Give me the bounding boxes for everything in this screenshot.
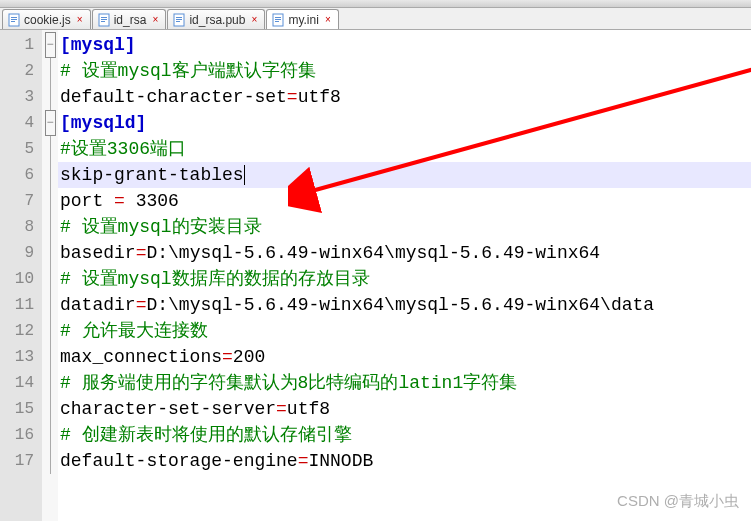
code-line[interactable]: # 服务端使用的字符集默认为8比特编码的latin1字符集	[58, 370, 751, 396]
code-line[interactable]: # 创建新表时将使用的默认存储引擎	[58, 422, 751, 448]
token-sect: [mysqld]	[60, 113, 146, 133]
line-number: 1	[0, 32, 42, 58]
token-op: =	[287, 87, 298, 107]
svg-rect-3	[11, 21, 15, 22]
code-line[interactable]: datadir=D:\mysql-5.6.49-winx64\mysql-5.6…	[58, 292, 751, 318]
fold-marker	[42, 214, 58, 240]
tab-my-ini[interactable]: my.ini×	[266, 9, 338, 29]
line-number: 13	[0, 344, 42, 370]
fold-marker: −	[42, 110, 58, 136]
line-number: 4	[0, 110, 42, 136]
fold-marker	[42, 188, 58, 214]
token-val: default-storage-engine	[60, 451, 298, 471]
tab-id_rsa[interactable]: id_rsa×	[92, 9, 167, 29]
line-number: 15	[0, 396, 42, 422]
svg-rect-15	[275, 21, 279, 22]
svg-rect-2	[11, 19, 17, 20]
file-icon	[271, 13, 285, 27]
line-number: 14	[0, 370, 42, 396]
tab-bar: cookie.js×id_rsa×id_rsa.pub×my.ini×	[0, 8, 751, 30]
svg-rect-9	[176, 17, 182, 18]
line-number: 17	[0, 448, 42, 474]
code-line[interactable]: basedir=D:\mysql-5.6.49-winx64\mysql-5.6…	[58, 240, 751, 266]
code-area[interactable]: [mysql]# 设置mysql客户端默认字符集default-characte…	[58, 30, 751, 521]
fold-marker	[42, 344, 58, 370]
tab-label: id_rsa.pub	[189, 13, 245, 27]
code-line[interactable]: default-storage-engine=INNODB	[58, 448, 751, 474]
close-icon[interactable]: ×	[248, 14, 260, 26]
svg-rect-5	[101, 17, 107, 18]
token-val: datadir	[60, 295, 136, 315]
line-number: 6	[0, 162, 42, 188]
line-number: 8	[0, 214, 42, 240]
line-number-gutter: 1234567891011121314151617	[0, 30, 42, 521]
token-val: 200	[233, 347, 265, 367]
svg-rect-1	[11, 17, 17, 18]
line-number: 16	[0, 422, 42, 448]
token-op: =	[298, 451, 309, 471]
svg-rect-13	[275, 17, 281, 18]
fold-marker	[42, 396, 58, 422]
code-line[interactable]: skip-grant-tables	[58, 162, 751, 188]
token-cmt: # 创建新表时将使用的默认存储引擎	[60, 425, 352, 445]
token-sect: [mysql]	[60, 35, 136, 55]
line-number: 2	[0, 58, 42, 84]
line-number: 11	[0, 292, 42, 318]
token-val: utf8	[298, 87, 341, 107]
token-cmt: # 服务端使用的字符集默认为8比特编码的latin1字符集	[60, 373, 517, 393]
line-number: 10	[0, 266, 42, 292]
token-val: INNODB	[308, 451, 373, 471]
token-val: skip-grant-tables	[60, 165, 244, 185]
fold-column: −−	[42, 30, 58, 521]
token-val: D:\mysql-5.6.49-winx64\mysql-5.6.49-winx…	[146, 295, 654, 315]
code-line[interactable]: port = 3306	[58, 188, 751, 214]
fold-marker	[42, 84, 58, 110]
token-cmt: # 设置mysql数据库的数据的存放目录	[60, 269, 370, 289]
token-op: =	[276, 399, 287, 419]
svg-rect-10	[176, 19, 182, 20]
file-icon	[97, 13, 111, 27]
token-cmt: # 设置mysql客户端默认字符集	[60, 61, 316, 81]
tab-id_rsa-pub[interactable]: id_rsa.pub×	[167, 9, 265, 29]
tab-label: my.ini	[288, 13, 318, 27]
code-line[interactable]: character-set-server=utf8	[58, 396, 751, 422]
close-icon[interactable]: ×	[149, 14, 161, 26]
line-number: 12	[0, 318, 42, 344]
token-op: =	[136, 243, 147, 263]
token-val: port	[60, 191, 114, 211]
code-line[interactable]: [mysql]	[58, 32, 751, 58]
code-line[interactable]: [mysqld]	[58, 110, 751, 136]
code-line[interactable]: # 设置mysql数据库的数据的存放目录	[58, 266, 751, 292]
svg-rect-11	[176, 21, 180, 22]
token-val: max_connections	[60, 347, 222, 367]
fold-toggle-icon[interactable]: −	[45, 32, 56, 58]
fold-marker	[42, 240, 58, 266]
tab-cookie-js[interactable]: cookie.js×	[2, 9, 91, 29]
code-line[interactable]: default-character-set=utf8	[58, 84, 751, 110]
tab-label: cookie.js	[24, 13, 71, 27]
fold-marker	[42, 370, 58, 396]
code-line[interactable]: #设置3306端口	[58, 136, 751, 162]
token-op: =	[114, 191, 125, 211]
text-caret	[244, 165, 245, 185]
close-icon[interactable]: ×	[74, 14, 86, 26]
svg-rect-7	[101, 21, 105, 22]
code-line[interactable]: # 设置mysql的安装目录	[58, 214, 751, 240]
code-line[interactable]: # 允许最大连接数	[58, 318, 751, 344]
toolbar	[0, 0, 751, 8]
fold-marker: −	[42, 32, 58, 58]
token-cmt: # 设置mysql的安装目录	[60, 217, 262, 237]
token-val: 3306	[125, 191, 179, 211]
tab-label: id_rsa	[114, 13, 147, 27]
fold-toggle-icon[interactable]: −	[45, 110, 56, 136]
close-icon[interactable]: ×	[322, 14, 334, 26]
fold-marker	[42, 162, 58, 188]
line-number: 3	[0, 84, 42, 110]
token-val: basedir	[60, 243, 136, 263]
line-number: 5	[0, 136, 42, 162]
code-line[interactable]: # 设置mysql客户端默认字符集	[58, 58, 751, 84]
token-val: default-character-set	[60, 87, 287, 107]
fold-marker	[42, 58, 58, 84]
token-val: character-set-server	[60, 399, 276, 419]
code-line[interactable]: max_connections=200	[58, 344, 751, 370]
